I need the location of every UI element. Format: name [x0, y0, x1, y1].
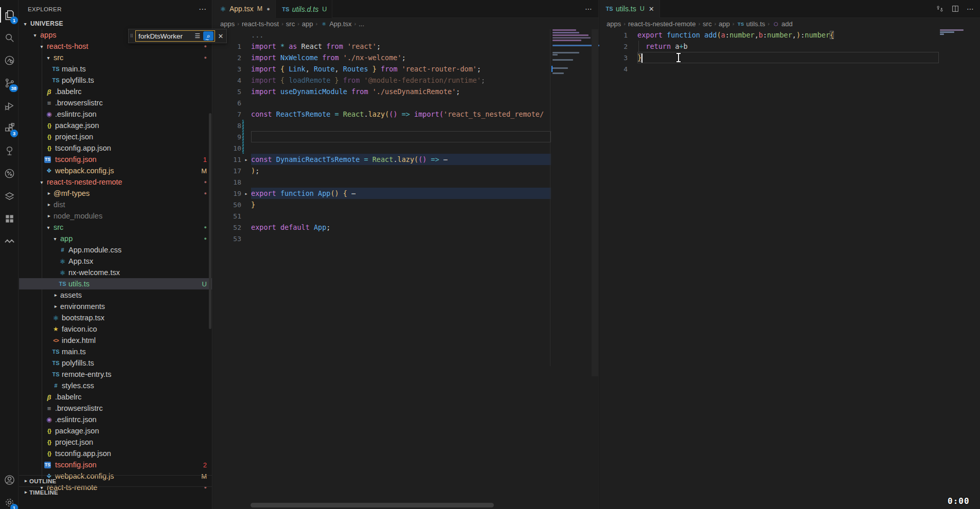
tree-item-utils-ts[interactable]: TSutils.tsU	[19, 278, 212, 289]
tree-item-webpack-config-js[interactable]: ❖webpack.config.jsM	[19, 165, 212, 176]
tree-item--browserslistrc[interactable]: ≡.browserslistrc	[19, 97, 212, 108]
tree-item-index-html[interactable]: <>index.html	[19, 335, 212, 346]
close-icon[interactable]: ✕	[649, 5, 654, 13]
horizontal-scrollbar[interactable]	[251, 503, 494, 507]
tab-utils-d-ts[interactable]: TSutils.d.tsU	[276, 0, 332, 18]
tree-item-package-json[interactable]: {}package.json	[19, 425, 212, 437]
fuzzy-search-icon[interactable]: ⌕	[203, 31, 213, 41]
activity-bar-layers-icon[interactable]	[0, 185, 19, 207]
find-widget-grip[interactable]: ⠿	[129, 35, 135, 37]
tree-item--eslintrc-json[interactable]: ◉.eslintrc.json	[19, 108, 212, 120]
tree-item-project-json[interactable]: {}project.json	[19, 131, 212, 142]
favicon-file-icon: ★	[51, 325, 61, 333]
activity-bar-files-icon[interactable]: 1	[0, 4, 19, 26]
tree-item-environments[interactable]: ▾environments	[19, 301, 212, 312]
sidebar-scrollbar[interactable]	[209, 113, 211, 329]
activity-bar-nx-console-icon[interactable]	[0, 49, 19, 71]
activity-bar-graph-icon[interactable]	[0, 162, 19, 184]
line-number: 4	[599, 65, 628, 73]
activity-bar-source-control-icon[interactable]: 38	[0, 72, 19, 94]
breadcrumb-item[interactable]: ...	[359, 20, 364, 28]
editor-more-actions-icon[interactable]: ⋯	[967, 5, 974, 13]
breadcrumb-item[interactable]: ⬡add	[772, 20, 793, 28]
tree-item-tsconfig-app-json[interactable]: {}tsconfig.app.json	[19, 448, 212, 459]
tree-item-nx-welcome-tsx[interactable]: ⚛nx-welcome.tsx	[19, 267, 212, 278]
breadcrumb-item[interactable]: src	[286, 20, 295, 28]
outline-section-header[interactable]: ▾ OUTLINE	[19, 475, 212, 486]
tree-item-package-json[interactable]: {}package.json	[19, 120, 212, 131]
tree-item-assets[interactable]: ▾assets	[19, 289, 212, 301]
find-input[interactable]: forkDtsWorker ☰ ⌕	[135, 30, 215, 42]
tree-item-main-ts[interactable]: TSmain.ts	[19, 63, 212, 75]
open-changes-icon[interactable]	[936, 5, 944, 13]
line-number: 8	[213, 122, 241, 130]
tree-item--browserslistrc[interactable]: ≡.browserslistrc	[19, 403, 212, 414]
tree-item--mf-types[interactable]: ▾@mf-types●	[19, 188, 212, 199]
tree-item-bootstrap-tsx[interactable]: ⚛bootstrap.tsx	[19, 312, 212, 323]
activity-bar-settings-icon[interactable]: 1	[0, 492, 19, 509]
breadcrumb-item[interactable]: app	[302, 20, 313, 28]
minimap[interactable]	[551, 29, 592, 235]
typescript-file-icon: TS	[281, 6, 291, 12]
code-line-4: 4	[599, 63, 939, 75]
line-number: 1	[599, 31, 628, 39]
tsconfig-file-icon: TS	[44, 462, 51, 468]
code-editor-app-tsx[interactable]: ...1import * as React from 'react';2impo…	[213, 29, 551, 509]
tree-item-tsconfig-json[interactable]: TStsconfig.json2	[19, 459, 212, 470]
breadcrumb-item[interactable]: ⚛App.tsx	[320, 20, 351, 28]
tree-item-node-modules[interactable]: ▾node_modules	[19, 210, 212, 222]
tree-item-project-json[interactable]: {}project.json	[19, 437, 212, 448]
tree-item-polyfills-ts[interactable]: TSpolyfills.ts	[19, 357, 212, 369]
activity-bar-search-icon[interactable]	[0, 27, 19, 48]
symbol-function-icon: ⬡	[772, 21, 780, 27]
tab-utils-ts[interactable]: TSutils.tsU✕	[599, 0, 660, 18]
tree-item--babelrc[interactable]: β.babelrc	[19, 391, 212, 403]
line-number: 51	[213, 212, 241, 220]
editor-more-actions-icon[interactable]: ⋯	[585, 5, 592, 13]
split-editor-icon[interactable]	[951, 5, 959, 13]
activity-bar-wave-icon[interactable]	[0, 230, 19, 252]
activity-bar-run-debug-icon[interactable]	[0, 95, 19, 116]
sidebar-more-actions-icon[interactable]: ⋯	[199, 5, 207, 14]
tree-item-src[interactable]: ▾src●	[19, 52, 212, 63]
breadcrumb-item[interactable]: app	[719, 20, 730, 28]
text-caret	[642, 53, 643, 63]
tab-app-tsx[interactable]: ⚛App.tsxM●	[213, 0, 276, 18]
minimap[interactable]	[939, 29, 975, 91]
activity-bar-extensions-icon[interactable]: 3	[0, 117, 19, 139]
tree-item-react-ts-nested-remote[interactable]: ▾react-ts-nested-remote●	[19, 176, 212, 188]
tree-item-favicon-ico[interactable]: ★favicon.ico	[19, 323, 212, 335]
tree-item-polyfills-ts[interactable]: TSpolyfills.ts	[19, 75, 212, 86]
fold-chevron-icon[interactable]: ▸	[241, 191, 251, 196]
tree-item--babelrc[interactable]: β.babelrc	[19, 86, 212, 97]
tree-item-dist[interactable]: ▾dist	[19, 199, 212, 210]
tree-item-main-ts[interactable]: TSmain.ts	[19, 346, 212, 357]
unsaved-dot-icon[interactable]: ●	[266, 6, 270, 12]
activity-bar-account-icon[interactable]	[0, 469, 19, 490]
tree-item-app-module-css[interactable]: #App.module.css	[19, 244, 212, 256]
tree-item-tsconfig-app-json[interactable]: {}tsconfig.app.json	[19, 142, 212, 154]
find-close-icon[interactable]: ✕	[215, 32, 226, 40]
tree-item-remote-entry-ts[interactable]: TSremote-entry.ts	[19, 369, 212, 380]
workspace-root-universe[interactable]: ▾UNIVERSE	[19, 18, 212, 29]
tree-item-src[interactable]: ▾src●	[19, 222, 212, 233]
breadcrumb-item[interactable]: react-ts-nested-remote	[628, 20, 696, 28]
breadcrumb-item[interactable]: apps	[220, 20, 235, 28]
breadcrumb-item[interactable]: TSutils.ts	[737, 20, 765, 28]
tree-item--eslintrc-json[interactable]: ◉.eslintrc.json	[19, 414, 212, 425]
tree-item-tsconfig-json[interactable]: TStsconfig.json1	[19, 154, 212, 165]
editor-scrollbar[interactable]	[592, 29, 598, 376]
breadcrumb-item[interactable]: apps	[607, 20, 621, 28]
activity-bar-tree-icon[interactable]	[0, 140, 19, 161]
breadcrumb-item[interactable]: react-ts-host	[242, 20, 279, 28]
filter-icon[interactable]: ☰	[193, 32, 202, 40]
timeline-section-header[interactable]: ▾ TIMELINE	[19, 486, 212, 498]
tree-item-app[interactable]: ▾app●	[19, 233, 212, 244]
fold-chevron-icon[interactable]: ▸	[241, 157, 251, 162]
breadcrumb-item[interactable]: src	[703, 20, 711, 28]
activity-bar-grid-icon[interactable]	[0, 208, 19, 229]
tree-item-app-tsx[interactable]: ⚛App.tsx	[19, 256, 212, 267]
tree-item-styles-css[interactable]: #styles.css	[19, 380, 212, 391]
code-editor-utils-ts[interactable]: 1export function add(a:number,b:number,)…	[599, 29, 939, 509]
code-line-8: 8	[213, 120, 551, 131]
